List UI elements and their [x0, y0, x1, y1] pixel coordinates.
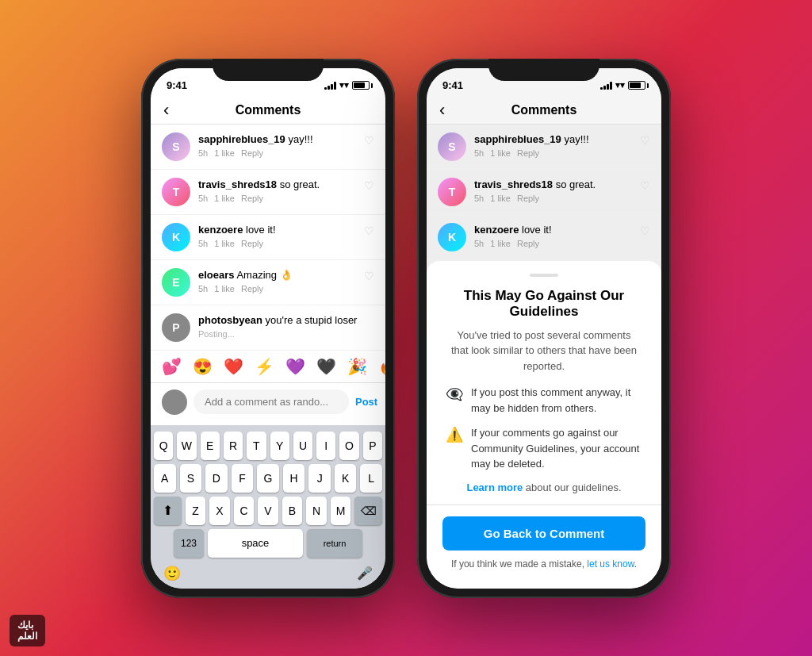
comment-text-4-left: eloears Amazing 👌 [198, 268, 356, 282]
key-g[interactable]: G [257, 464, 279, 493]
emoji-6[interactable]: 🖤 [316, 357, 336, 376]
avatar-4-left: E [162, 268, 190, 297]
keyboard-row-4: 123 space return [154, 529, 382, 558]
key-r[interactable]: R [224, 432, 243, 460]
emoji-5[interactable]: 💜 [285, 357, 305, 376]
key-u[interactable]: U [293, 432, 312, 460]
emoji-3[interactable]: ❤️ [224, 357, 243, 376]
back-button-left[interactable]: ‹ [163, 100, 169, 121]
comment-body-3-right: kenzoere love it! 5h1 likeReply [474, 223, 632, 248]
key-m[interactable]: M [331, 497, 351, 525]
key-return[interactable]: return [307, 529, 362, 558]
key-b[interactable]: B [282, 497, 303, 525]
comment-body-2-right: travis_shreds18 so great. 5h1 likeReply [474, 178, 632, 203]
heart-icon-1-right[interactable]: ♡ [640, 132, 650, 147]
comment-meta-1-right: 5h1 likeReply [474, 148, 632, 158]
comment-item-3-left: K kenzoere love it! 5h1 likeReply ♡ [151, 215, 385, 260]
comment-reply-1-left[interactable]: Reply [241, 148, 263, 158]
emoji-7[interactable]: 🎉 [347, 357, 367, 376]
heart-icon-2-right[interactable]: ♡ [640, 178, 650, 192]
key-delete[interactable]: ⌫ [354, 497, 382, 525]
back-button-right[interactable]: ‹ [439, 100, 445, 121]
comment-text-2-left: travis_shreds18 so great. [198, 178, 356, 192]
key-e[interactable]: E [201, 432, 220, 460]
comment-input-left[interactable] [193, 389, 349, 414]
key-l[interactable]: L [360, 464, 382, 493]
key-y[interactable]: Y [270, 432, 289, 460]
comment-text-3-left: kenzoere love it! [198, 223, 356, 237]
go-back-button[interactable]: Go Back to Comment [442, 516, 645, 551]
key-v[interactable]: V [258, 497, 278, 525]
key-space[interactable]: space [208, 529, 303, 558]
heart-icon-4-left[interactable]: ♡ [364, 268, 374, 282]
watermark-line2: العلم [17, 631, 37, 642]
keyboard-mic-icon[interactable]: 🎤 [357, 566, 373, 581]
comment-item-3-right: K kenzoere love it! 5h1 likeReply ♡ [427, 215, 661, 260]
comment-item-2-right: T travis_shreds18 so great. 5h1 likeRepl… [427, 170, 661, 215]
notch-left [213, 59, 324, 81]
emoji-2[interactable]: 😍 [193, 357, 213, 376]
key-f[interactable]: F [232, 464, 254, 493]
comment-input-row-left: Post [151, 383, 385, 421]
comment-body-1-left: sapphireblues_19 yay!!! 5h 1 like Reply [198, 132, 356, 158]
rule-text-2: If your comments go against our Communit… [471, 425, 642, 472]
signal-icon-right [600, 81, 612, 90]
avatar-2-left: T [162, 178, 190, 206]
heart-icon-3-left[interactable]: ♡ [364, 223, 374, 237]
comment-text-1-right: sapphireblues_19 yay!!! [474, 132, 632, 147]
modal-title: This May Go Against Our Guidelines [442, 288, 645, 320]
key-s[interactable]: S [180, 464, 202, 493]
key-n[interactable]: N [306, 497, 327, 525]
post-button-left[interactable]: Post [355, 396, 377, 408]
key-shift[interactable]: ⬆ [154, 497, 182, 525]
comment-body-4-left: eloears Amazing 👌 5h1 likeReply [198, 268, 356, 293]
key-z[interactable]: Z [186, 497, 206, 525]
comment-text-1-left: sapphireblues_19 yay!!! [198, 132, 356, 147]
key-num[interactable]: 123 [174, 529, 204, 558]
key-o[interactable]: O [339, 432, 358, 460]
status-icons-left: ▾▾ [324, 80, 370, 90]
heart-icon-1-left[interactable]: ♡ [364, 132, 374, 147]
learn-more-text: Learn more about our guidelines. [442, 481, 645, 493]
key-w[interactable]: W [177, 432, 196, 460]
key-x[interactable]: X [209, 497, 230, 525]
time-left: 9:41 [167, 79, 187, 91]
key-a[interactable]: A [154, 464, 176, 493]
key-d[interactable]: D [205, 464, 228, 493]
key-j[interactable]: J [308, 464, 331, 493]
comment-likes-1-left: 1 like [214, 148, 235, 158]
let-us-know-link[interactable]: let us know [587, 558, 634, 570]
notch-right [488, 59, 599, 81]
modal-rule-1: 👁️‍🗨️ If you post this comment anyway, i… [442, 385, 645, 416]
heart-icon-2-left[interactable]: ♡ [364, 178, 374, 192]
status-icons-right: ▾▾ [600, 80, 645, 90]
comment-meta-4-left: 5h1 likeReply [198, 284, 356, 293]
keyboard-left[interactable]: Q W E R T Y U I O P A S D F G H [151, 425, 385, 589]
warning-icon: ⚠️ [446, 426, 463, 443]
key-c[interactable]: C [234, 497, 255, 525]
modal-divider [427, 504, 661, 505]
signal-icon-left [324, 81, 336, 90]
emoji-4[interactable]: ⚡ [255, 357, 274, 376]
sheet-handle [530, 274, 558, 277]
avatar-1-right: S [438, 132, 466, 161]
modal-rule-2: ⚠️ If your comments go against our Commu… [442, 425, 645, 472]
nav-header-right: ‹ Comments [427, 97, 661, 125]
comment-item-5-left: P photosbyean you're a stupid loser Post… [151, 305, 385, 351]
key-q[interactable]: Q [154, 432, 173, 460]
keyboard-emoji-icon[interactable]: 🙂 [163, 565, 181, 582]
guidelines-modal: This May Go Against Our Guidelines You'v… [427, 261, 661, 589]
key-p[interactable]: P [363, 432, 382, 460]
comment-item-4-left: E eloears Amazing 👌 5h1 likeReply ♡ [151, 260, 385, 305]
key-k[interactable]: K [335, 464, 357, 493]
emoji-8[interactable]: 🔥 [378, 357, 385, 376]
learn-more-link[interactable]: Learn more [466, 481, 523, 493]
key-t[interactable]: T [247, 432, 266, 460]
key-h[interactable]: H [283, 464, 305, 493]
heart-icon-3-right[interactable]: ♡ [640, 223, 650, 237]
emoji-1[interactable]: 💕 [162, 357, 182, 376]
comment-item-1-left: S sapphireblues_19 yay!!! 5h 1 like Repl… [151, 125, 385, 170]
key-i[interactable]: I [316, 432, 335, 460]
wifi-icon-left: ▾▾ [339, 80, 349, 90]
avatar-1-left: S [162, 132, 190, 161]
